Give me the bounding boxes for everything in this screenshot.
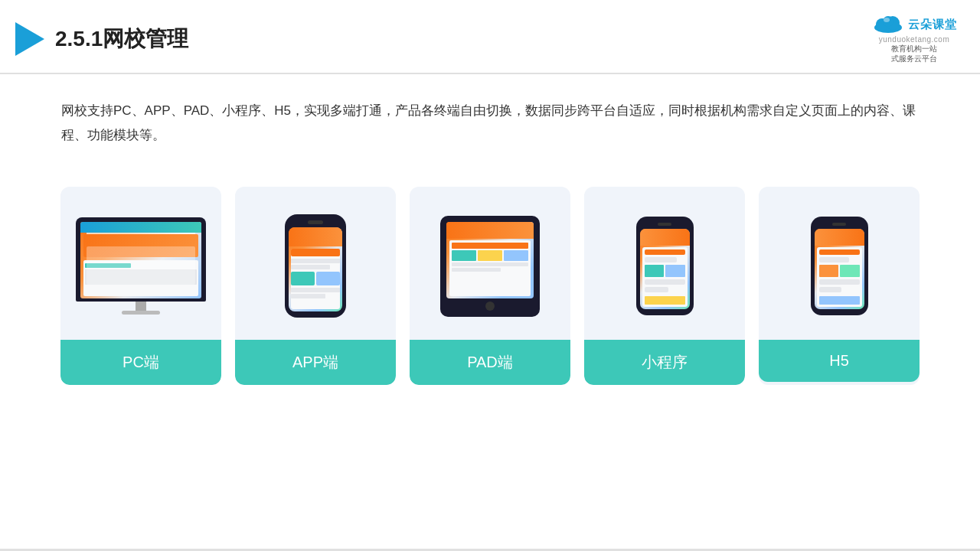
logo-slogan: 教育机构一站 式服务云平台 bbox=[891, 44, 937, 64]
play-icon bbox=[15, 22, 44, 56]
page-wrapper: 2.5.1网校管理 云朵课堂 yunduoketang.com bbox=[0, 0, 980, 551]
card-pad: PAD端 bbox=[410, 187, 570, 385]
card-label-pad: PAD端 bbox=[410, 340, 570, 385]
card-label-pc: PC端 bbox=[60, 340, 221, 385]
logo-area: 云朵课堂 yunduoketang.com 教育机构一站 式服务云平台 bbox=[871, 14, 957, 64]
page-title: 2.5.1网校管理 bbox=[55, 24, 188, 54]
card-pc: PC端 bbox=[60, 187, 221, 385]
monitor-screen bbox=[80, 222, 201, 298]
description-text: 网校支持PC、APP、PAD、小程序、H5，实现多端打通，产品各终端自由切换，数… bbox=[61, 103, 916, 142]
card-h5: H5 bbox=[759, 187, 920, 385]
phone-mockup-h5 bbox=[811, 217, 868, 315]
card-app: APP端 bbox=[235, 187, 396, 385]
card-image-app bbox=[235, 187, 396, 340]
cloud-icon bbox=[871, 14, 905, 35]
phone-mockup-app bbox=[285, 214, 346, 318]
header-left: 2.5.1网校管理 bbox=[15, 22, 188, 56]
card-label-app: APP端 bbox=[235, 340, 396, 385]
logo-cloud: 云朵课堂 bbox=[871, 14, 957, 35]
card-image-pc bbox=[60, 187, 221, 340]
phone-mockup-miniprogram bbox=[636, 217, 694, 315]
card-image-h5 bbox=[759, 187, 920, 340]
logo-name-en: yunduoketang.com bbox=[879, 35, 950, 44]
header: 2.5.1网校管理 云朵课堂 yunduoketang.com bbox=[0, 0, 980, 74]
description: 网校支持PC、APP、PAD、小程序、H5，实现多端打通，产品各终端自由切换，数… bbox=[0, 74, 980, 164]
cards-container: PC端 bbox=[0, 164, 980, 385]
card-label-h5: H5 bbox=[759, 340, 920, 382]
card-image-miniprogram bbox=[584, 187, 745, 340]
svg-point-7 bbox=[884, 18, 890, 22]
monitor-mockup bbox=[76, 217, 206, 315]
logo-name-cn: 云朵课堂 bbox=[908, 18, 957, 32]
card-image-pad bbox=[410, 187, 570, 340]
card-miniprogram: 小程序 bbox=[584, 187, 745, 385]
card-label-miniprogram: 小程序 bbox=[584, 340, 745, 385]
tablet-mockup bbox=[440, 216, 540, 317]
